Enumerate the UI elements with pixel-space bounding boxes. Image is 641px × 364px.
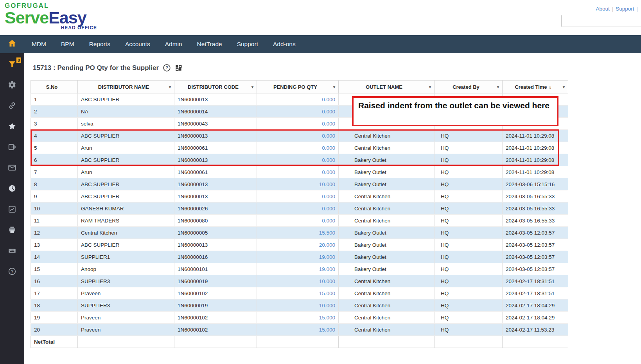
keyboard-icon xyxy=(8,246,16,256)
cell-created_time: 2024-02-17 18:04:29 xyxy=(503,299,568,312)
nav-item-add-ons[interactable]: Add-ons xyxy=(266,35,303,53)
column-header-code[interactable]: DISTRIBUTOR CODE▾ xyxy=(174,81,257,93)
column-header-name[interactable]: DISTRIBUTOR NAME▾ xyxy=(78,81,174,93)
table-row[interactable]: 10GANESH KUMAR1N600000260.000Central Kit… xyxy=(31,203,568,215)
nav-item-admin[interactable]: Admin xyxy=(158,35,190,53)
nav-item-reports[interactable]: Reports xyxy=(82,35,118,53)
column-header-outlet[interactable]: OUTLET NAME▾ xyxy=(339,81,435,93)
table-row[interactable]: 19Praveen1N6000010215.000Central Kitchen… xyxy=(31,312,568,324)
nav-item-support[interactable]: Support xyxy=(230,35,266,53)
cell-created_time: 2024-11-01 10:29:08 xyxy=(503,130,568,142)
column-filter-caret-icon[interactable]: ▾ xyxy=(169,85,171,89)
table-row[interactable]: 14SUPPLIER11N6000001619.000Bakery Outlet… xyxy=(31,251,568,263)
settings-button[interactable] xyxy=(7,81,17,90)
brand-easy: Easy xyxy=(48,8,86,27)
table-row[interactable]: 11RAM TRADERS1N600000800.000Central Kitc… xyxy=(31,215,568,227)
reports-button[interactable] xyxy=(7,205,17,215)
top-link-about[interactable]: About xyxy=(596,6,609,12)
home-nav-button[interactable] xyxy=(0,35,24,53)
cell-sno: 17 xyxy=(31,287,78,299)
favorites-button[interactable] xyxy=(7,122,17,132)
column-filter-caret-icon[interactable]: ▾ xyxy=(429,85,431,89)
table-row[interactable]: 20Praveen1N6000010215.000Central Kitchen… xyxy=(31,324,568,336)
nav-item-mdm[interactable]: MDM xyxy=(24,35,54,53)
page-title: 15713 : Pending PO Qty for the Supplier xyxy=(33,64,159,72)
table-row[interactable]: 16SUPPLIER31N6000001910.000Central Kitch… xyxy=(31,275,568,287)
link-icon xyxy=(8,101,16,111)
shortcuts-button[interactable] xyxy=(7,247,17,256)
pending-qty-link[interactable]: 0.000 xyxy=(322,121,335,127)
cell-code: 1N60000061 xyxy=(174,142,257,154)
table-row[interactable]: 6ABC SUPPLIER1N600000130.000Bakery Outle… xyxy=(31,154,568,166)
cell-created_by: HQ xyxy=(435,215,503,227)
pending-qty-link[interactable]: 20.000 xyxy=(319,242,335,248)
pending-qty-link[interactable]: 0.000 xyxy=(322,206,335,212)
table-row[interactable]: 17Praveen1N6000010215.000Central Kitchen… xyxy=(31,287,568,299)
sort-indicator-icon[interactable]: ↑↓ xyxy=(549,85,551,90)
nav-item-accounts[interactable]: Accounts xyxy=(118,35,158,53)
pending-qty-link[interactable]: 0.000 xyxy=(322,218,335,224)
sidebar-help-button[interactable]: ? xyxy=(7,267,17,277)
column-filter-caret-icon[interactable]: ▾ xyxy=(563,85,565,89)
pending-qty-link[interactable]: 0.000 xyxy=(322,157,335,163)
pending-qty-link[interactable]: 19.000 xyxy=(319,254,335,260)
cell-sno: 13 xyxy=(31,239,78,251)
nav-item-nettrade[interactable]: NetTrade xyxy=(190,35,230,53)
pending-qty-link[interactable]: 15.000 xyxy=(319,290,335,296)
printer-icon xyxy=(8,226,16,236)
table-row[interactable]: 4ABC SUPPLIER1N600000130.000Central Kitc… xyxy=(31,130,568,142)
pending-qty-link[interactable]: 15.500 xyxy=(319,230,335,236)
cell-created_by: HQ xyxy=(435,203,503,215)
report-help-button[interactable]: ? xyxy=(163,64,171,72)
pending-qty-link[interactable]: 0.000 xyxy=(322,109,335,115)
print-button[interactable] xyxy=(7,226,17,235)
home-icon xyxy=(7,39,17,50)
pending-qty-link[interactable]: 0.000 xyxy=(322,97,335,102)
clock-icon xyxy=(8,184,16,194)
nav-item-bpm[interactable]: BPM xyxy=(54,35,82,53)
history-button[interactable] xyxy=(7,185,17,194)
cell-created_time: 2024-03-05 16:55:33 xyxy=(503,203,568,215)
cell-sno: 20 xyxy=(31,324,78,336)
cell-qty: 0.000 xyxy=(257,166,339,178)
table-row[interactable]: 18SUPPLIER31N6000001910.000Central Kitch… xyxy=(31,299,568,312)
pending-qty-link[interactable]: 10.000 xyxy=(319,278,335,284)
column-header-qty[interactable]: PENDING PO QTY▾ xyxy=(257,81,339,93)
pending-qty-link[interactable]: 0.000 xyxy=(322,169,335,175)
sidebar: 0 xyxy=(0,53,24,364)
pending-qty-link[interactable]: 15.000 xyxy=(319,315,335,321)
column-filter-caret-icon[interactable]: ▾ xyxy=(333,85,335,89)
table-row[interactable]: 9ABC SUPPLIER1N600000130.000Central Kitc… xyxy=(31,190,568,203)
cell-code: 1N60000013 xyxy=(174,190,257,203)
filter-button[interactable]: 0 xyxy=(7,60,17,70)
table-row[interactable]: 8ABC SUPPLIER1N6000001310.000Bakery Outl… xyxy=(31,178,568,190)
cell-name: NA xyxy=(78,106,174,118)
table-row[interactable]: 12Central Kitchen1N6000000515.500Bakery … xyxy=(31,227,568,239)
table-row[interactable]: 7Arun1N600000610.000Bakery OutletHQ2024-… xyxy=(31,166,568,178)
column-header-time[interactable]: Created Time↑↓▾ xyxy=(503,81,568,93)
column-filter-caret-icon[interactable]: ▾ xyxy=(497,85,499,89)
header-search-input[interactable] xyxy=(561,15,641,27)
report-grid-button[interactable] xyxy=(175,64,182,72)
cell-qty: 0.000 xyxy=(257,190,339,203)
table-row[interactable]: 15Anoop1N6000010119.000Bakery OutletHQ20… xyxy=(31,263,568,275)
column-label: Created Time xyxy=(515,84,547,90)
pending-qty-link[interactable]: 15.000 xyxy=(319,327,335,333)
pending-qty-link[interactable]: 0.000 xyxy=(322,194,335,199)
top-link-support[interactable]: Support xyxy=(616,6,634,12)
links-button[interactable] xyxy=(7,102,17,111)
pending-qty-link[interactable]: 10.000 xyxy=(319,303,335,308)
send-button[interactable] xyxy=(7,143,17,152)
pending-qty-link[interactable]: 0.000 xyxy=(322,145,335,151)
column-header-by[interactable]: Created By▾ xyxy=(435,81,503,93)
pending-qty-link[interactable]: 19.000 xyxy=(319,266,335,272)
pending-qty-link[interactable]: 0.000 xyxy=(322,133,335,139)
pending-qty-link[interactable]: 10.000 xyxy=(319,181,335,187)
cell-created_time: 2024-02-17 18:04:29 xyxy=(503,312,568,324)
column-filter-caret-icon[interactable]: ▾ xyxy=(251,85,253,89)
cell-name: SUPPLIER1 xyxy=(78,251,174,263)
table-row[interactable]: 5Arun1N600000610.000Central KitchenHQ202… xyxy=(31,142,568,154)
mail-button[interactable] xyxy=(7,164,17,173)
table-row[interactable]: 13ABC SUPPLIER1N6000001320.000Bakery Out… xyxy=(31,239,568,251)
app-header: GOFRUGAL ServeEasy HEAD OFFICE About|Sup… xyxy=(0,0,641,35)
